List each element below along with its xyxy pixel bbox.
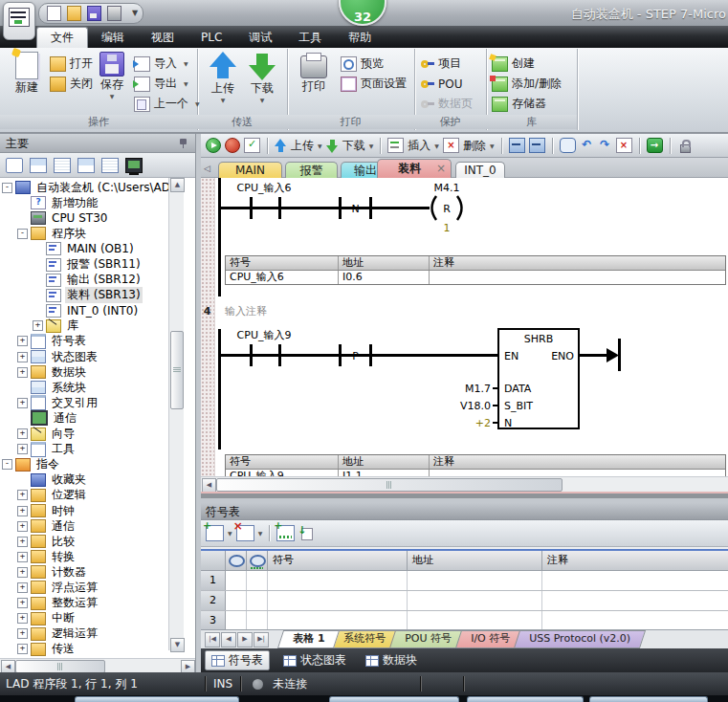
comment-cell[interactable] (542, 591, 728, 610)
tree-item-tools[interactable]: 工具 (0, 442, 168, 457)
tree-vertical-scrollbar[interactable]: ▲ ▼ (168, 178, 184, 650)
expand-icon[interactable] (17, 398, 28, 408)
communications-view-icon[interactable] (125, 158, 143, 173)
tree-item-system-block[interactable]: 系统块 (0, 380, 168, 395)
menu-tab-file[interactable]: 文件 (36, 27, 88, 48)
upload-icon[interactable] (275, 139, 287, 153)
expand-icon[interactable] (17, 537, 28, 547)
tree-item-instructions[interactable]: 指令 (0, 457, 168, 472)
expand-icon[interactable] (33, 320, 43, 331)
box-element-icon[interactable] (560, 138, 576, 153)
tab-close-icon[interactable]: × (436, 160, 446, 178)
insert-dropdown-icon[interactable]: ▼ (434, 143, 439, 149)
address-cell[interactable] (408, 571, 542, 590)
sheet-tab-uss-protocol[interactable]: USS Protocol (v2.0) (514, 630, 646, 648)
network-title[interactable]: 输入注释 (225, 304, 267, 318)
download-button[interactable]: 下载 (245, 52, 279, 103)
delete-dropdown-icon[interactable]: ▼ (490, 143, 495, 149)
tree-item-whats-new[interactable]: 新增功能 (0, 195, 168, 210)
tree-item-status-chart[interactable]: 状态图表 (0, 349, 168, 364)
ladder-editor-canvas[interactable]: CPU_输入6 N M4.1 R 1 CPU_输入9 P SHRB EN ENO (201, 178, 728, 476)
redo-icon[interactable]: ↷ (598, 139, 612, 152)
tree-item-wizards[interactable]: 向导 (0, 427, 168, 442)
tree-item-integer-math[interactable]: 整数运算 (0, 596, 168, 611)
delete-row-button[interactable] (236, 525, 254, 541)
subroutine-block-icon[interactable] (529, 138, 545, 153)
grid-row[interactable]: 1 (201, 571, 728, 591)
open-button[interactable]: 打开 (50, 55, 93, 73)
tree-item-program-block[interactable]: 程序块 (0, 226, 168, 241)
view-tab-status-chart[interactable]: 状态图表 (277, 651, 352, 669)
quick-access-dropdown-icon[interactable]: ▼ (132, 9, 138, 17)
stop-button[interactable] (225, 138, 240, 153)
import-button[interactable]: 导入 (134, 55, 188, 73)
expand-icon[interactable] (17, 506, 28, 516)
grid-row[interactable]: 3 (201, 611, 728, 631)
tree-item-load-sbr13[interactable]: 装料 (SBR13) (0, 288, 168, 303)
window-view-icon[interactable] (6, 158, 23, 173)
tab-main[interactable]: MAIN (218, 162, 282, 178)
tree-item-favorites[interactable]: 收藏夹 (0, 472, 168, 488)
menu-tab-debug[interactable]: 调试 (235, 28, 285, 48)
scroll-down-icon[interactable]: ▼ (170, 638, 185, 652)
tab-alarm[interactable]: 报警 (285, 162, 338, 178)
print-button[interactable]: 打印 (295, 52, 333, 95)
export-button[interactable]: 导出 (134, 75, 188, 93)
expand-icon[interactable] (17, 613, 28, 624)
goto-icon[interactable] (647, 138, 663, 153)
download-icon[interactable] (326, 139, 339, 153)
scroll-thumb[interactable] (15, 660, 105, 673)
tree-horizontal-scrollbar[interactable]: ◀ ▶ (0, 658, 195, 673)
tree-item-library[interactable]: 库 (0, 318, 168, 334)
menu-tab-tools[interactable]: 工具 (285, 28, 335, 48)
tree-item-logical-ops[interactable]: 逻辑运算 (0, 626, 168, 642)
delete-network-icon[interactable] (443, 138, 459, 153)
expand-icon[interactable] (17, 352, 28, 362)
app-menu-button[interactable] (3, 2, 35, 40)
tree-item-convert[interactable]: 转换 (0, 549, 168, 564)
column-header-address[interactable]: 地址 (408, 551, 542, 570)
save-file-icon[interactable] (87, 6, 101, 21)
new-button[interactable]: 新建 (6, 52, 48, 96)
tree-item-communications[interactable]: 通信 (0, 410, 168, 426)
tree-item-cpu[interactable]: CPU ST30 (0, 210, 168, 226)
upload-dropdown-icon[interactable]: ▼ (318, 143, 322, 149)
tab-int0[interactable]: INT_0 (455, 162, 505, 178)
library-create-button[interactable]: 创建 (492, 55, 535, 73)
tree-item-communications-instr[interactable]: 通信 (0, 518, 168, 534)
save-button[interactable]: 保存 (93, 52, 131, 99)
symbol-table-view-icon[interactable] (77, 158, 95, 173)
protect-project-button[interactable]: 项目 (420, 55, 461, 73)
menu-tab-edit[interactable]: 编辑 (88, 28, 138, 48)
clear-icon[interactable] (616, 138, 632, 153)
tree-item-counters[interactable]: 计数器 (0, 564, 168, 580)
next-sheet-icon[interactable]: ▶ (237, 632, 253, 647)
view-tab-data-block[interactable]: 数据块 (360, 651, 423, 669)
expand-icon[interactable] (17, 567, 28, 578)
compile-button[interactable] (244, 138, 260, 153)
expand-icon[interactable] (17, 552, 28, 562)
pane-splitter[interactable] (201, 492, 728, 503)
expand-icon[interactable] (17, 598, 28, 608)
editor-horizontal-scrollbar[interactable]: ◀ (201, 476, 728, 492)
insert-row-button[interactable] (206, 525, 224, 541)
symbol-cell[interactable] (268, 591, 408, 610)
scroll-thumb[interactable] (170, 331, 184, 409)
pou-block-icon[interactable] (509, 138, 525, 153)
delete-button[interactable]: 删除 (463, 138, 486, 154)
tab-load-active[interactable]: 装料× (377, 159, 452, 178)
print-icon[interactable] (107, 6, 121, 21)
view-tab-symbol-table[interactable]: 符号表 (205, 650, 270, 670)
tree-item-bit-logic[interactable]: 位逻辑 (0, 488, 168, 503)
sheet-tab-table1[interactable]: 表格 1 (277, 630, 341, 648)
preview-button[interactable]: 预览 (341, 55, 384, 73)
page-setup-button[interactable]: 页面设置 (341, 75, 407, 93)
column-header-symbol[interactable]: 符号 (268, 551, 408, 570)
expand-icon[interactable] (17, 628, 28, 639)
grid-row[interactable]: 2 (201, 591, 728, 611)
address-cell[interactable] (408, 591, 542, 610)
cross-reference-view-icon[interactable] (101, 158, 119, 173)
taskbar-button[interactable] (75, 696, 239, 702)
sort-symbols-button[interactable] (276, 525, 295, 541)
scroll-left-icon[interactable]: ◀ (202, 478, 216, 493)
